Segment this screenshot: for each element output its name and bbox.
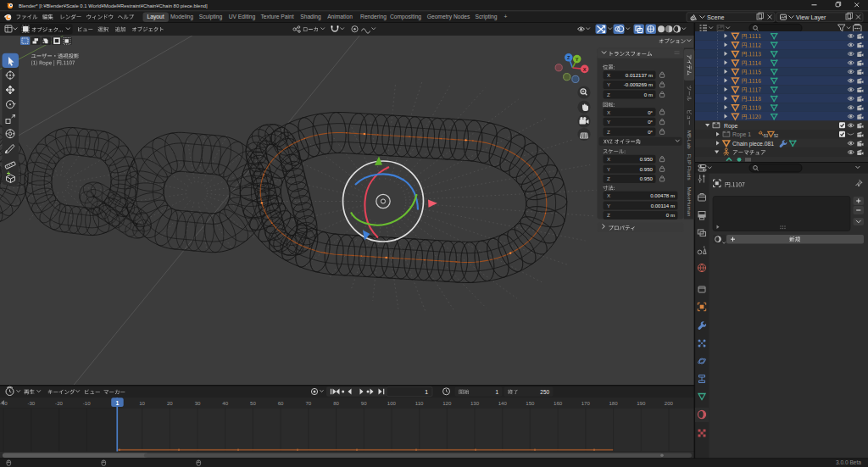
svg-text:Rope: Rope bbox=[724, 123, 737, 130]
svg-text:Y: Y bbox=[607, 119, 610, 125]
svg-text:0.950: 0.950 bbox=[640, 156, 654, 162]
svg-text:MB-Lab: MB-Lab bbox=[687, 131, 693, 149]
svg-text:Scene: Scene bbox=[707, 14, 724, 21]
svg-text:X: X bbox=[607, 192, 610, 198]
svg-text:+: + bbox=[504, 14, 508, 19]
svg-text:0 m: 0 m bbox=[644, 92, 653, 97]
svg-text:Texture Paint: Texture Paint bbox=[260, 14, 293, 19]
svg-text:200: 200 bbox=[665, 400, 674, 406]
svg-text:0°: 0° bbox=[648, 109, 653, 115]
svg-text:X: X bbox=[583, 67, 587, 72]
svg-text:0.950: 0.950 bbox=[640, 166, 654, 172]
svg-text:Geometry Nodes: Geometry Nodes bbox=[427, 14, 470, 20]
svg-text:-0.009269 m: -0.009269 m bbox=[624, 81, 653, 87]
svg-text:80: 80 bbox=[333, 400, 339, 406]
svg-text:1: 1 bbox=[425, 389, 428, 395]
svg-text:250: 250 bbox=[540, 389, 549, 395]
svg-text:180: 180 bbox=[609, 400, 618, 406]
svg-text:30: 30 bbox=[195, 400, 201, 406]
svg-text:1: 1 bbox=[495, 389, 498, 395]
svg-text:20: 20 bbox=[167, 400, 173, 406]
svg-text:Scripting: Scripting bbox=[475, 14, 497, 20]
svg-text:0.012137 m: 0.012137 m bbox=[626, 72, 653, 78]
svg-text:120: 120 bbox=[442, 400, 452, 406]
svg-text:90: 90 bbox=[361, 400, 367, 406]
svg-text:190: 190 bbox=[637, 400, 646, 406]
svg-text:0.00478 m: 0.00478 m bbox=[650, 192, 675, 198]
svg-text:View Layer: View Layer bbox=[796, 14, 826, 21]
svg-text:130: 130 bbox=[470, 400, 480, 406]
svg-text:160: 160 bbox=[554, 400, 563, 406]
svg-text:53: 53 bbox=[764, 134, 769, 138]
svg-text:Shading: Shading bbox=[300, 14, 321, 20]
svg-text:10: 10 bbox=[139, 400, 145, 406]
svg-text:X: X bbox=[607, 109, 610, 115]
svg-text:Z: Z bbox=[607, 92, 610, 97]
svg-text:0 m: 0 m bbox=[666, 212, 675, 218]
svg-text:X: X bbox=[607, 156, 610, 162]
svg-text:150: 150 bbox=[526, 400, 535, 406]
svg-text:0.950: 0.950 bbox=[640, 175, 654, 181]
svg-text:-20: -20 bbox=[55, 400, 63, 406]
svg-text:50: 50 bbox=[250, 400, 256, 406]
svg-text:1: 1 bbox=[116, 400, 120, 406]
svg-text:Y: Y bbox=[607, 81, 610, 87]
svg-text:52: 52 bbox=[774, 134, 779, 138]
svg-text:110: 110 bbox=[415, 400, 424, 406]
svg-text:Compositing: Compositing bbox=[390, 14, 421, 20]
svg-text:Y: Y bbox=[607, 203, 610, 208]
svg-text:Rendering: Rendering bbox=[360, 14, 387, 20]
svg-text:MakeHuman: MakeHuman bbox=[687, 186, 693, 217]
svg-text:Sculpting: Sculpting bbox=[199, 14, 223, 20]
svg-text:Z: Z bbox=[607, 129, 610, 135]
svg-text:Y: Y bbox=[607, 166, 610, 172]
svg-text:UV Editing: UV Editing bbox=[229, 14, 256, 20]
svg-text:0°: 0° bbox=[648, 119, 653, 125]
svg-text:170: 170 bbox=[581, 400, 591, 406]
svg-text:3.0.0 Beta: 3.0.0 Beta bbox=[836, 459, 861, 465]
svg-text:100: 100 bbox=[387, 400, 397, 406]
svg-text:-10: -10 bbox=[83, 400, 91, 406]
svg-text:Rope 1: Rope 1 bbox=[732, 131, 751, 138]
svg-text:60: 60 bbox=[278, 400, 284, 406]
svg-text:Animation: Animation bbox=[327, 14, 353, 19]
svg-text:Layout: Layout bbox=[147, 14, 164, 20]
svg-text:Z: Z bbox=[607, 175, 610, 181]
svg-text:-30: -30 bbox=[27, 400, 35, 406]
svg-text:Blender* [I:¥Blender¥Scale 0.1: Blender* [I:¥Blender¥Scale 0.1 World¥Mod… bbox=[19, 3, 208, 8]
svg-text:Y: Y bbox=[576, 57, 579, 62]
svg-text:FLIP Fluids: FLIP Fluids bbox=[687, 153, 693, 180]
svg-text:X: X bbox=[607, 72, 610, 78]
svg-text:Chain piece.081: Chain piece.081 bbox=[732, 141, 774, 147]
svg-text:0.00114 m: 0.00114 m bbox=[651, 203, 675, 208]
svg-text:70: 70 bbox=[305, 400, 311, 406]
svg-text:40: 40 bbox=[222, 400, 228, 406]
svg-text:Z: Z bbox=[567, 55, 570, 60]
svg-text:0°: 0° bbox=[648, 129, 653, 135]
svg-text:Z: Z bbox=[607, 212, 610, 218]
svg-text:Modeling: Modeling bbox=[170, 14, 193, 20]
svg-text:140: 140 bbox=[498, 400, 508, 406]
